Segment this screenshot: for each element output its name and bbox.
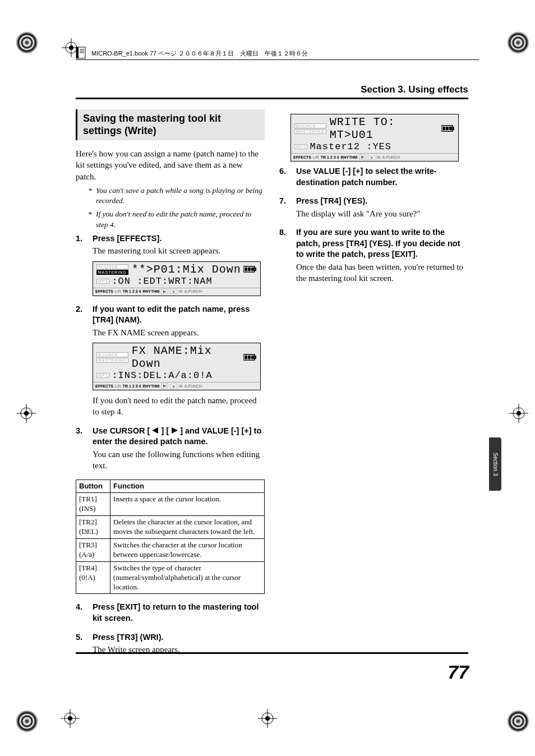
button-function-table: Button Function [TR1] (INS) Inserts a sp… [76,480,265,594]
svg-rect-38 [251,356,254,359]
step-head-text: Press [EXIT] to return to the mastering … [93,602,265,624]
step-body: The FX NAME screen appears. [93,327,265,338]
step-8: 8. If you are sure you want to write to … [279,227,468,284]
svg-point-7 [69,45,73,50]
table-row: [TR1] (INS) Inserts a space at the curso… [76,493,265,516]
svg-point-1 [507,31,529,54]
lcd-badge-mp3: MP3 [294,144,307,149]
note-2: * If you don't need to edit the patch na… [88,209,265,229]
lcd-screenshot-1: BOUNCE MASTERING **>P01:Mix Down MP3 :ON… [93,261,261,296]
step-num: 5. [76,632,86,643]
step-num: 8. [279,227,289,260]
page-number: 77 [448,661,469,683]
lcd-line1-text: FX NAME:Mix Down [132,344,243,370]
file-header: MICRO-BR_e1.book 77 ページ ２００６年８月１日 火曜日 午後… [76,47,473,60]
intro-paragraph: Here's how you can assign a name (patch … [76,148,265,182]
step-3: 3. Use CURSOR [ ] [ ] and VALUE [-] [+] … [76,426,265,472]
step-2: 2. If you want to edit the patch name, p… [76,304,265,418]
step-body: The mastering tool kit screen appears. [93,245,265,256]
file-header-text: MICRO-BR_e1.book 77 ページ ２００６年８月１日 火曜日 午後… [91,49,308,58]
table-row: [TR3] (A/a) Switches the character at th… [76,538,265,561]
print-mark-tr [507,31,529,54]
step-body: Once the data has been written, you're r… [296,261,468,284]
svg-rect-36 [245,356,247,359]
header-rule [76,59,479,60]
reg-mark-bottom [258,709,277,728]
title-text: Saving the mastering tool kit settings (… [83,113,260,137]
step-head-text: Press [EFFECTS]. [93,233,162,245]
table-row: [TR2] (DEL) Deletes the character at the… [76,516,265,539]
section-divider [76,98,468,99]
svg-rect-42 [453,127,454,130]
th-function: Function [110,480,265,493]
lcd-badge-bounce: BOUNCE [96,264,128,269]
svg-rect-44 [446,127,449,130]
svg-point-15 [516,411,521,416]
side-tab: Section 3 [489,437,501,491]
lcd-screenshot-2: BOUNCE MASTERING FX NAME:Mix Down MP3 :I… [93,343,261,390]
svg-rect-37 [248,356,251,359]
step-body: The display will ask "Are you sure?" [296,208,468,219]
svg-point-3 [507,710,529,732]
step-body: You can use the following functions when… [93,449,265,472]
lcd-badge-mp3: MP3 [96,279,109,284]
lcd-line2-text: :ON :EDT:WRT:NAM [112,276,212,287]
note-1: * You can't save a patch while a song is… [88,186,265,206]
asterisk: * [88,209,96,229]
left-arrow-icon [152,426,159,437]
step-head-text: Use VALUE [-] [+] to select the write-de… [296,166,468,188]
svg-rect-31 [245,268,247,271]
step-4: 4. Press [EXIT] to return to the masteri… [76,602,265,624]
print-mark-bl [16,710,38,732]
reg-mark-bl2 [61,709,80,728]
svg-point-11 [24,411,29,416]
svg-point-0 [16,31,38,54]
asterisk: * [88,186,96,206]
step-num: 1. [76,233,86,245]
step-head-text: If you are sure you want to write to the… [296,227,468,260]
lcd-bottom-row: EFFECTS L/R TR 1 2 3 4 RHYTHM ▶ ● IN A.P… [93,288,260,296]
svg-rect-33 [251,268,254,271]
svg-rect-30 [255,268,256,271]
battery-icon [441,122,455,135]
step-head-text: Press [TR4] (YES). [296,196,367,207]
lcd-bottom-row: EFFECTS L/R TR 1 2 3 4 RHYTHM ▶ ● IN A.P… [93,382,260,390]
step-num: 4. [76,602,86,624]
step-body-extra: If you don't need to edit the patch name… [93,395,265,418]
svg-rect-32 [248,268,251,271]
title-block: Saving the mastering tool kit settings (… [76,109,265,140]
svg-rect-25 [76,47,79,58]
table-row: [TR4] (0!A) Switches the type of charact… [76,561,265,594]
svg-point-23 [68,716,72,721]
print-mark-tl [16,31,38,54]
lcd-badge-mastering: MASTERING [294,129,326,134]
step-1: 1. Press [EFFECTS]. The mastering tool k… [76,233,265,296]
lcd-badge-bounce: BOUNCE [294,123,326,128]
svg-point-19 [265,716,270,721]
svg-rect-43 [442,127,445,130]
lcd-line2-text: Master12 :YES [310,141,391,152]
svg-marker-40 [172,427,178,434]
svg-marker-39 [152,427,158,434]
svg-rect-35 [255,356,256,359]
step-num: 3. [76,426,86,448]
step-head-text: Use CURSOR [ ] [ ] and VALUE [-] [+] to … [93,426,265,448]
lcd-bottom-row: EFFECTS L/R TR 1 2 3 4 RHYTHM ▶ ● IN A.P… [291,153,458,161]
lcd-badge-mastering: MASTERING [96,270,128,275]
step-num: 2. [76,304,86,326]
lcd-badge-bounce: BOUNCE [96,352,128,357]
step-7: 7. Press [TR4] (YES). The display will a… [279,196,468,219]
reg-mark-right [509,404,528,423]
lcd-screenshot-3: BOUNCE MASTERING WRITE TO: MT>U01 MP3 Ma… [290,114,459,162]
lcd-line2-text: :INS:DEL:A/a:0!A [112,370,212,381]
step-head-text: Press [TR3] (WRI). [93,632,164,643]
lcd-line1-text: **>P01:Mix Down [132,263,241,276]
lcd-badge-mp3: MP3 [96,373,109,378]
step-head-text: If you want to edit the patch name, pres… [93,304,265,326]
lcd-badge-mastering: MASTERING [96,358,128,363]
step-num: 6. [279,166,289,188]
note-text: You can't save a patch while a song is p… [96,186,265,206]
battery-icon [243,351,257,364]
step-num: 7. [279,196,289,207]
section-header: Section 3. Using effects [76,84,468,95]
